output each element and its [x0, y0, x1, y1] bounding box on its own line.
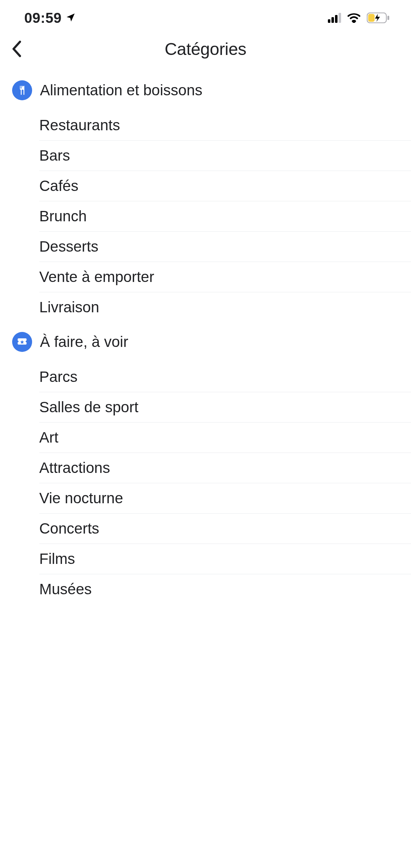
section-food-drink: Alimentation et boissons Restaurants Bar…	[0, 71, 411, 322]
ticket-star-icon	[12, 332, 32, 352]
list-item[interactable]: Cafés	[39, 171, 411, 201]
status-bar: 09:59	[0, 0, 411, 36]
list-item[interactable]: Vente à emporter	[39, 262, 411, 292]
header: Catégories	[0, 36, 411, 62]
back-button[interactable]	[8, 40, 25, 57]
list-item[interactable]: Concerts	[39, 513, 411, 544]
list-item[interactable]: Films	[39, 544, 411, 574]
list-item[interactable]: Attractions	[39, 453, 411, 483]
list-item[interactable]: Parcs	[39, 362, 411, 392]
chevron-left-icon	[11, 40, 21, 57]
battery-charging-icon	[367, 12, 390, 23]
content: Alimentation et boissons Restaurants Bar…	[0, 62, 411, 604]
section-header-things-to-do[interactable]: À faire, à voir	[0, 322, 411, 362]
cellular-signal-icon	[328, 13, 341, 23]
list-item[interactable]: Vie nocturne	[39, 483, 411, 513]
list-item[interactable]: Brunch	[39, 201, 411, 231]
list-food-drink: Restaurants Bars Cafés Brunch Desserts V…	[0, 110, 411, 322]
fork-knife-icon	[12, 80, 32, 100]
list-things-to-do: Parcs Salles de sport Art Attractions Vi…	[0, 362, 411, 604]
section-things-to-do: À faire, à voir Parcs Salles de sport Ar…	[0, 322, 411, 604]
section-title: Alimentation et boissons	[40, 82, 202, 99]
list-item[interactable]: Restaurants	[39, 110, 411, 140]
wifi-icon	[347, 13, 360, 23]
status-time: 09:59	[24, 10, 62, 26]
list-item[interactable]: Bars	[39, 140, 411, 171]
list-item[interactable]: Musées	[39, 574, 411, 604]
svg-rect-1	[368, 14, 375, 22]
list-item[interactable]: Livraison	[39, 292, 411, 322]
list-item[interactable]: Desserts	[39, 231, 411, 262]
status-right	[328, 12, 390, 23]
section-title: À faire, à voir	[40, 333, 128, 350]
svg-rect-2	[387, 16, 389, 20]
list-item[interactable]: Salles de sport	[39, 392, 411, 422]
list-item[interactable]: Art	[39, 422, 411, 453]
location-services-icon	[65, 10, 76, 26]
section-header-food-drink[interactable]: Alimentation et boissons	[0, 71, 411, 110]
page-title: Catégories	[164, 39, 246, 59]
status-left: 09:59	[24, 10, 76, 26]
